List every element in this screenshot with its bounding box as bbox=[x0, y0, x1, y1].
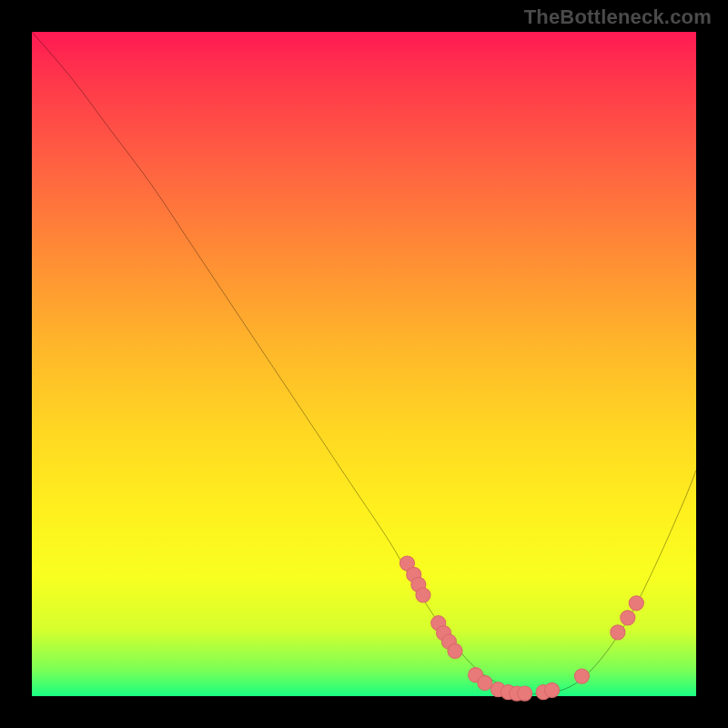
data-marker bbox=[478, 675, 492, 690]
data-marker bbox=[574, 669, 589, 683]
watermark-text: TheBottleneck.com bbox=[524, 5, 712, 29]
data-marker bbox=[518, 686, 532, 701]
chart-overlay bbox=[32, 32, 696, 696]
data-marker bbox=[416, 588, 430, 602]
data-marker bbox=[611, 625, 625, 640]
chart-frame: TheBottleneck.com bbox=[0, 0, 728, 728]
data-marker bbox=[448, 643, 462, 658]
bottleneck-curve bbox=[32, 32, 696, 694]
data-marker bbox=[621, 611, 635, 625]
data-marker bbox=[629, 596, 643, 611]
marker-layer bbox=[399, 556, 643, 701]
data-marker bbox=[545, 682, 560, 697]
